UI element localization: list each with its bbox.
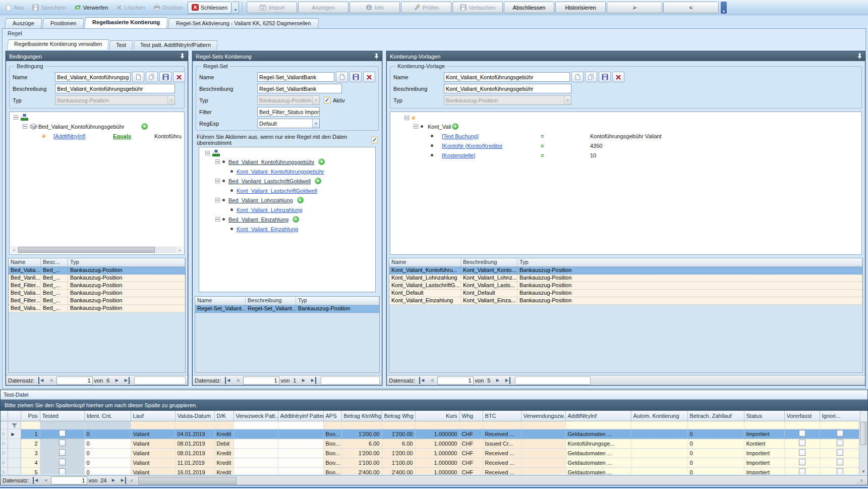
schliessen-button[interactable]: Schliessen — [188, 2, 232, 14]
column-header[interactable]: Verwendungszw... — [521, 411, 565, 421]
abschliessen-button[interactable]: Abschliessen — [504, 2, 554, 13]
prev-record-button[interactable]: ◀ — [234, 377, 242, 384]
regel-bedingung-link[interactable]: Bed_Valiant_Einzahlung — [228, 216, 288, 223]
tab-test-pattern[interactable]: Test patt. AddtlNtryInfPattern — [134, 40, 218, 49]
row-expand-icon[interactable]: ▷ — [1, 439, 8, 448]
toolbar-overflow-grip[interactable]: ▾ — [721, 2, 727, 14]
regelset-name-input[interactable] — [257, 72, 334, 82]
prev-button[interactable]: < — [663, 2, 719, 13]
condition-field-link[interactable]: [AddtlNtryInf] — [53, 133, 113, 139]
vorlage-operator[interactable]: = — [541, 133, 590, 139]
collapse-icon[interactable] — [205, 151, 210, 155]
row-expand-icon[interactable]: ▷ — [1, 458, 8, 467]
copy-vorlage-button[interactable] — [585, 72, 597, 82]
regel-bedingung-link[interactable]: Bed_Valiant_Lohnzahlung — [228, 197, 293, 203]
single-rule-checkbox[interactable]: ✓ — [371, 137, 378, 143]
condition-node-label[interactable]: Bed_Valiant_Kontoführungsgebühr — [38, 124, 124, 130]
vorlage-row[interactable]: Kont_Valiant_LastschriftG... Kont_Valian… — [389, 282, 862, 290]
vorlage-name-input[interactable] — [444, 72, 570, 82]
add-condition-icon[interactable] — [141, 123, 148, 130]
scroll-left-icon[interactable]: ‹ — [11, 247, 18, 253]
pin-icon[interactable] — [857, 53, 862, 60]
column-header[interactable]: Pos — [21, 411, 40, 421]
condition-value[interactable]: Kontoführu — [154, 133, 182, 139]
vorlage-value[interactable]: 4350 — [590, 143, 602, 149]
bedingung-row[interactable]: Bed_Vanli... Bed_... Bankauszug-Position — [9, 275, 185, 282]
tested-checkbox[interactable] — [59, 440, 66, 446]
column-header[interactable]: APS — [323, 411, 341, 421]
historisieren-button[interactable]: Historisieren — [555, 2, 606, 13]
bedingung-beschreibung-input[interactable] — [55, 84, 175, 93]
last-record-button[interactable]: ▶ — [503, 377, 510, 384]
record-number-input[interactable] — [56, 376, 93, 385]
collapse-icon[interactable] — [215, 198, 220, 202]
anzeigen-button[interactable]: Anzeigen — [298, 2, 349, 13]
test-row[interactable]: ▷ 1 0 Valiant 04.01.2019 Kredit Boo... 1… — [1, 429, 860, 439]
bedingung-row[interactable]: Bed_Valia... Bed_... Bankauszug-Position — [9, 305, 185, 312]
save-bedingung-button[interactable] — [159, 72, 171, 82]
bedingung-name-input[interactable] — [55, 72, 131, 82]
collapse-icon[interactable] — [215, 179, 220, 183]
ignoriert-checkbox[interactable] — [837, 459, 843, 465]
condition-operator-link[interactable]: Equals — [113, 133, 154, 139]
pruefen-button[interactable]: Prüfen — [401, 2, 451, 13]
ignoriert-checkbox[interactable] — [837, 430, 843, 437]
first-record-button[interactable]: ◀ — [225, 377, 233, 384]
regelset-beschreibung-input[interactable] — [257, 84, 342, 93]
tested-checkbox[interactable] — [59, 430, 66, 437]
test-row[interactable]: ▷ 3 0 Valiant 08.01.2019 Kredit Boo... 1… — [1, 448, 860, 458]
collapse-icon[interactable] — [23, 124, 27, 129]
column-header[interactable]: Tested — [40, 411, 84, 421]
column-header[interactable]: D/K — [214, 411, 234, 421]
column-header[interactable]: Ignori... — [820, 411, 860, 421]
vorerfasst-checkbox[interactable] — [799, 459, 805, 465]
tested-checkbox[interactable] — [59, 468, 66, 474]
add-action-icon[interactable] — [297, 197, 304, 203]
neu-button[interactable]: Neu — [2, 2, 28, 14]
regel-kontierung-link[interactable]: Kont_Valiant_LastschriftGoldwell — [237, 188, 317, 194]
bedingung-row[interactable]: Bed_Valia... Bed_... Bankauszug-Position — [9, 267, 185, 275]
next-record-button[interactable]: ▶ — [113, 377, 121, 384]
collapse-icon[interactable] — [215, 159, 220, 164]
last-record-button[interactable]: ▶ — [309, 377, 316, 384]
aktiv-checkbox[interactable]: ✓ — [324, 97, 330, 103]
test-row[interactable]: ▷ 2 0 Valiant 08.01.2019 Debit Boo... 6.… — [1, 439, 860, 448]
column-header[interactable]: Betrag KtoWhg — [341, 411, 382, 421]
vorlage-field-link[interactable]: [Text Buchung] — [442, 133, 541, 139]
save-regelset-button[interactable] — [350, 72, 362, 82]
regel-kontierung-link[interactable]: Kont_Valiant_Einzahlung — [237, 226, 298, 232]
vorlage-node-label[interactable]: Kont_Vali — [428, 124, 451, 130]
save-vorlage-button[interactable] — [599, 72, 611, 82]
delete-regelset-button[interactable] — [363, 72, 375, 82]
regel-kontierung-link[interactable]: Kont_Valiant_Lohnzahlung — [237, 207, 303, 213]
column-header[interactable]: Verwzweck Patt... — [234, 411, 278, 421]
vorlage-typ-select[interactable]: Bankauszug-Position ▾ — [444, 95, 571, 105]
column-header[interactable]: Autom. Kontierung — [631, 411, 687, 421]
vorlage-operator[interactable]: = — [541, 152, 590, 158]
prev-record-button[interactable]: ◀ — [47, 377, 55, 384]
vorerfasst-checkbox[interactable] — [799, 440, 805, 446]
new-bedingung-button[interactable] — [132, 72, 144, 82]
vorerfasst-checkbox[interactable] — [799, 430, 805, 437]
copy-bedingung-button[interactable] — [146, 72, 158, 82]
filter-row[interactable] — [1, 421, 860, 429]
tab-regelbasierte-kontierung[interactable]: Regelbasierte Kontierung — [84, 17, 168, 28]
tab-regelbasierte-kontierung-verwalten[interactable]: Regelbasierte Kontierung verwalten — [7, 39, 109, 49]
column-header[interactable]: AddtlNtryInf — [565, 411, 631, 421]
ignoriert-checkbox[interactable] — [837, 449, 843, 456]
drucken-button[interactable]: Drucken — [150, 2, 187, 14]
regelset-filter-select[interactable]: Bed_Filter_Status Importier ▾ — [257, 107, 320, 117]
new-vorlage-button[interactable] — [571, 72, 584, 82]
collapse-icon[interactable] — [404, 116, 409, 120]
speichern-button[interactable]: Speichern — [29, 2, 70, 14]
tree-horizontal-scrollbar[interactable]: ‹ › — [11, 246, 183, 253]
regel-kontierung-link[interactable]: Kont_Valiant_Kontoführungsgebühr — [237, 169, 324, 175]
first-record-button[interactable]: ◀ — [38, 377, 46, 384]
tab-auszuege[interactable]: Auszüge — [5, 18, 42, 28]
prev-record-button[interactable]: ◀ — [42, 477, 49, 484]
tab-test[interactable]: Test — [109, 40, 133, 49]
add-action-icon[interactable] — [293, 216, 299, 223]
regel-bedingung-link[interactable]: Bed_Valiant_Kontoführungsgebühr — [228, 159, 314, 165]
new-regelset-button[interactable] — [336, 72, 348, 82]
tab-regel-set-aktivierung[interactable]: Regel-Set Aktivierung - Valiant KK, 6252… — [168, 18, 319, 28]
